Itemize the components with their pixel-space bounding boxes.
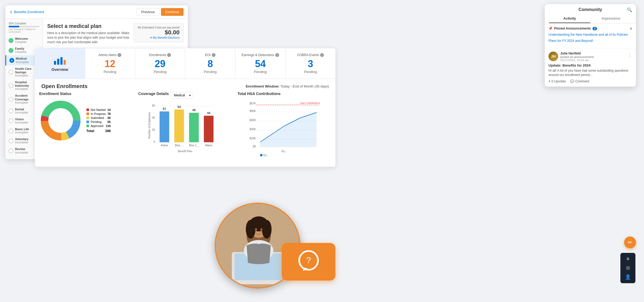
eoi-metric[interactable]: EOI i 8 Pending (185, 48, 235, 79)
sidebar-status-icon (9, 148, 13, 153)
enrollments-status: Pending (141, 70, 180, 74)
svg-text:En...: En... (281, 150, 287, 153)
enrollments-info-icon[interactable]: i (167, 53, 171, 57)
legend-label: In Progress (91, 112, 106, 115)
post-author: Julie Hartfeld (560, 52, 625, 55)
enrollment-window: Enrollment Window: Today - End of Month … (246, 84, 329, 88)
svg-text:$80K: $80K (250, 110, 256, 112)
edit-fab-button[interactable]: ✏ (624, 236, 636, 248)
back-button[interactable]: Benefits Enrollment (10, 10, 44, 14)
search-icon[interactable]: 🔍 (627, 7, 632, 12)
pinned-section: 📌 Pinned Announcements 2 ∧ Understanding… (545, 23, 636, 48)
legend-color-dot (86, 121, 89, 123)
chevron-up-icon[interactable]: ∧ (630, 27, 632, 30)
sidebar-status-icon (9, 118, 13, 123)
svg-rect-7 (64, 60, 66, 65)
earnings-metric[interactable]: Earnings & Deductions i 54 Pending (235, 48, 286, 79)
eoi-info-icon[interactable]: i (212, 53, 215, 57)
svg-text:Blue 1...: Blue 1... (189, 144, 199, 147)
admin-alerts-status: Pending (90, 70, 130, 74)
cost-link[interactable]: ▾ My Benefit Elections (138, 36, 180, 39)
open-enrollments-title: Open Enrollments (41, 83, 87, 89)
svg-marker-49 (260, 112, 316, 147)
previous-button[interactable]: Previous (137, 8, 159, 16)
svg-rect-51 (260, 154, 262, 156)
svg-text:54: 54 (178, 105, 181, 108)
svg-point-60 (262, 220, 272, 239)
svg-text:20: 20 (152, 128, 155, 131)
overview-metric[interactable]: Overview (35, 48, 85, 79)
upvote-button[interactable]: + 0 Upvotes (548, 79, 566, 83)
sidebar-status-icon (9, 97, 13, 102)
sidebar-status-icon (9, 139, 13, 143)
charts-area: Enrollment Status (35, 92, 335, 167)
sidebar-status-icon (9, 108, 13, 113)
cobra-metric[interactable]: COBRA Events i 3 Pending (286, 48, 335, 79)
sidebar-item-welcome[interactable]: ✓WelcomeComplete (5, 35, 43, 45)
open-enrollments-header: Open Enrollments Enrollment Window: Toda… (35, 79, 335, 92)
cost-amount: $0.00 (138, 29, 180, 36)
sidebar-status-icon (9, 83, 13, 88)
hsa-chart-svg: $87K $80K $60K $40K $20K $0 Max Contribu… (237, 99, 331, 158)
coverage-details-chart: Coverage Details Medical ▾ 60 40 20 0 (138, 92, 232, 161)
dark-side-nav: ≡ ⊞ 👤 (620, 253, 635, 283)
legend-color-dot (86, 125, 89, 127)
admin-alerts-count: 12 (90, 59, 130, 69)
coverage-title: Coverage Details (138, 92, 169, 96)
post-options-icon[interactable]: ⋮ (627, 52, 632, 57)
chat-bubble[interactable]: ? (282, 243, 335, 281)
svg-text:Waive: Waive (205, 144, 213, 147)
pinned-link-0[interactable]: Understanding the New Handbook and all o… (548, 32, 632, 37)
post-meta: Julie Hartfeld posted an announcement 03… (560, 52, 625, 62)
enrollments-metric[interactable]: Enrollments i 29 Pending (135, 48, 185, 79)
wizard-header: Benefits Enrollment Previous Continue (5, 5, 188, 19)
svg-point-62 (260, 228, 262, 231)
legend-label: Not Started (91, 108, 106, 111)
tab-impressions[interactable]: Impressions (590, 14, 632, 23)
legend-count: 116 (106, 124, 111, 128)
community-panel: Community 🔍 Activity Impressions 📌 Pinne… (545, 4, 636, 87)
legend-item: Submitted 26 (86, 116, 111, 119)
svg-point-59 (246, 220, 255, 239)
admin-alerts-info-icon[interactable]: i (118, 53, 121, 57)
admin-alerts-metric[interactable]: Admin Alerts i 12 Pending (85, 48, 135, 79)
cobra-header: COBRA Events i (291, 53, 330, 57)
sidebar-item-label: MedicalIncomplete (16, 57, 29, 64)
sidebar-item-label: FamilyComplete (15, 47, 27, 54)
sidebar-item-label: WelcomeComplete (15, 37, 28, 44)
nav-person-icon[interactable]: 👤 (625, 274, 631, 280)
comment-label: Comment (575, 79, 589, 83)
continue-button[interactable]: Continue (161, 8, 184, 16)
svg-point-13 (49, 108, 73, 133)
legend-item: Pending 55 (86, 120, 111, 123)
donut-container: Not Started 14 In Progress 78 Submitted … (39, 99, 133, 142)
svg-text:49: 49 (192, 108, 196, 112)
svg-text:0: 0 (153, 140, 155, 143)
sidebar-item-label: ReviewIncomplete (15, 147, 28, 154)
svg-text:?: ? (306, 255, 311, 265)
sidebar-item-label: VoluntaryIncomplete (15, 137, 28, 144)
enrollment-status-chart: Enrollment Status (39, 92, 133, 161)
legend-item: In Progress 78 (86, 112, 111, 115)
metrics-bar: Overview Admin Alerts i 12 Pending Enrol… (35, 48, 335, 79)
tab-activity[interactable]: Activity (549, 14, 590, 23)
community-title: Community (549, 7, 632, 12)
nav-menu-icon[interactable]: ≡ (627, 256, 630, 262)
coverage-dropdown[interactable]: Medical (171, 92, 193, 99)
legend-color-dot (86, 112, 89, 115)
wizard-nav-buttons: Previous Continue (137, 8, 184, 16)
sidebar-status-icon: ✓ (9, 38, 13, 43)
pinned-link-1[interactable]: Plans for FY 2024 and Beyond! (548, 39, 632, 43)
cobra-info-icon[interactable]: i (320, 53, 324, 57)
svg-text:Blue ...: Blue ... (175, 144, 183, 147)
eoi-count: 8 (191, 59, 230, 69)
legend-total: Total:289 (86, 129, 111, 133)
post-card: JH Julie Hartfeld posted an announcement… (545, 48, 636, 87)
comment-button[interactable]: 💬 Comment (570, 79, 589, 83)
sidebar-item-label: Basic LifeIncomplete (15, 128, 29, 134)
legend-color-dot (86, 117, 89, 119)
nav-grid-icon[interactable]: ⊞ (626, 265, 630, 271)
legend-count: 14 (107, 108, 111, 111)
svg-rect-28 (204, 116, 214, 142)
earnings-info-icon[interactable]: i (275, 53, 279, 57)
